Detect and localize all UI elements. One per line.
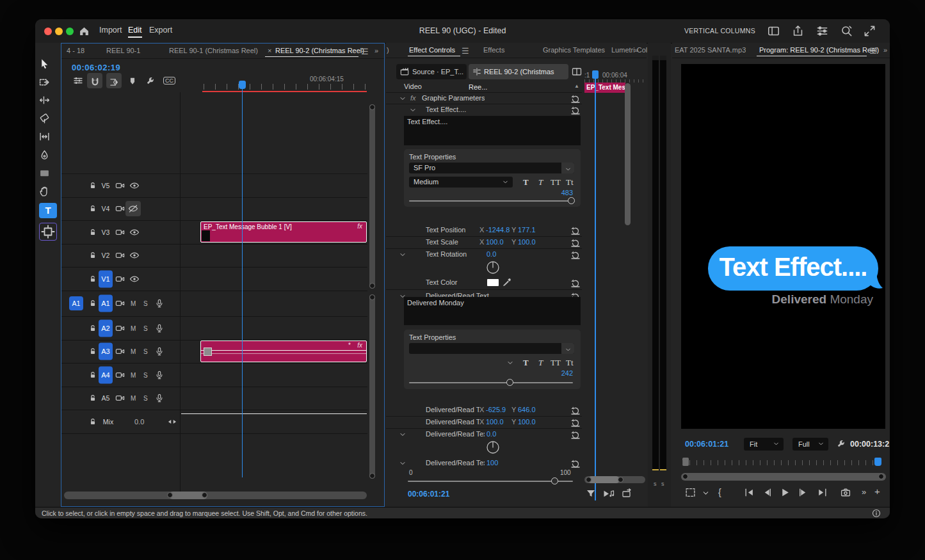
track-target-a3[interactable]: A3 — [99, 343, 113, 360]
text-scale-y[interactable]: 100.0 — [518, 238, 536, 246]
track-name[interactable]: A5 — [99, 394, 113, 402]
collapse-up-icon[interactable]: ▲ — [574, 83, 579, 89]
wrench-icon[interactable] — [145, 76, 155, 86]
timeline-tab-1[interactable]: 4 - 18 — [67, 47, 84, 54]
more-tabs-icon[interactable]: » — [883, 46, 887, 54]
font-size-value[interactable]: 483 — [561, 189, 573, 196]
tab-lumetri[interactable]: Lumetri Col — [611, 46, 647, 54]
camera-icon[interactable] — [115, 323, 125, 333]
play-icon[interactable] — [780, 487, 791, 498]
all-caps-button[interactable]: TT — [551, 358, 561, 368]
audio-gain-band[interactable] — [201, 350, 366, 351]
program-mini-ruler[interactable] — [682, 460, 877, 465]
track-target-a4[interactable]: A4 — [99, 366, 113, 383]
font-size-slider[interactable] — [409, 200, 573, 202]
reset-icon[interactable] — [570, 237, 581, 248]
chevron-down-icon[interactable] — [399, 95, 406, 102]
reset-icon[interactable] — [570, 417, 581, 428]
chevron-down-icon[interactable] — [399, 460, 406, 467]
faux-bold-button[interactable]: T — [523, 358, 529, 368]
step-forward-icon[interactable] — [798, 487, 808, 498]
track-target-a2[interactable]: A2 — [99, 319, 113, 337]
program-scrollbar[interactable] — [681, 473, 886, 481]
video-vertical-scrollbar[interactable] — [369, 104, 375, 289]
step-back-icon[interactable] — [762, 487, 773, 498]
stacked-bars-icon[interactable] — [816, 25, 828, 37]
small-caps-button[interactable]: Tt — [566, 358, 574, 368]
solo-button[interactable]: S — [143, 324, 148, 332]
scrollbar-handle[interactable] — [369, 283, 375, 289]
faux-italic-button[interactable]: T — [538, 358, 543, 368]
delivered-position-row[interactable]: Delivered/Read Text... X -625.9 Y 646.0 — [386, 404, 582, 417]
track-row-v5[interactable]: V5 — [61, 174, 367, 198]
text-color-row[interactable]: Text Color — [386, 277, 582, 290]
track-row-a5[interactable]: A5 M S — [61, 387, 367, 410]
mix-rubber-band[interactable] — [181, 413, 367, 414]
text-effect-input[interactable]: Text Effect.... — [404, 116, 581, 145]
close-window-button[interactable] — [44, 28, 52, 35]
more-tabs-icon[interactable]: » — [374, 47, 378, 54]
mix-level-value[interactable]: 0.0 — [134, 418, 144, 426]
text-rotation-value[interactable]: 0.0 — [487, 250, 496, 258]
text-scale-row[interactable]: Text Scale X 100.0 Y 100.0 — [386, 237, 582, 249]
solo-right-button[interactable]: s — [661, 481, 664, 487]
maximize-window-button[interactable] — [66, 28, 74, 35]
snap-magnet-button[interactable] — [87, 73, 102, 88]
font-size-value[interactable]: 242 — [561, 369, 573, 377]
mute-button[interactable]: M — [131, 395, 136, 402]
text-scale-x[interactable]: 100.0 — [486, 238, 504, 246]
camera-icon[interactable] — [115, 251, 125, 260]
color-swatch[interactable] — [487, 279, 499, 286]
track-row-v2[interactable]: V2 — [61, 244, 367, 268]
pen-tool[interactable] — [39, 150, 50, 161]
info-icon[interactable] — [872, 509, 881, 518]
reset-icon[interactable] — [570, 225, 581, 236]
chevron-down-icon[interactable] — [561, 343, 574, 354]
panel-layout-icon[interactable] — [768, 25, 780, 37]
chevron-down-icon[interactable] — [702, 489, 710, 497]
camera-icon[interactable] — [115, 299, 125, 308]
marker-icon[interactable] — [128, 77, 137, 86]
track-name[interactable]: V2 — [99, 252, 113, 259]
track-row-a4[interactable]: A4 M S — [61, 363, 367, 387]
minimize-window-button[interactable] — [55, 28, 63, 35]
mute-button[interactable]: M — [131, 348, 136, 355]
audio-clip[interactable]: * fx — [200, 340, 367, 362]
tab-graphics-templates[interactable]: Graphics Templates — [543, 46, 605, 54]
camera-icon[interactable] — [115, 394, 125, 403]
scrollbar-thumb[interactable] — [588, 476, 620, 483]
delivered-rotation-value[interactable]: 0.0 — [487, 430, 496, 438]
playhead-line[interactable] — [242, 83, 243, 477]
track-name[interactable]: V4 — [99, 205, 113, 212]
go-to-in-icon[interactable] — [744, 487, 755, 498]
scrollbar-handle[interactable] — [682, 474, 688, 479]
compare-view-icon[interactable] — [622, 488, 632, 499]
delivered-read-text-input[interactable]: Delivered Monday — [404, 297, 581, 325]
track-select-forward-tool[interactable] — [39, 77, 50, 88]
mic-icon[interactable] — [155, 370, 164, 380]
reset-icon[interactable] — [570, 105, 581, 115]
keyframe-icon[interactable] — [168, 417, 177, 426]
tab-effect-controls[interactable]: Effect Controls — [409, 46, 455, 54]
track-row-a2[interactable]: A2 M S — [61, 316, 367, 340]
slider-handle[interactable] — [506, 379, 513, 386]
scrollbar-handle[interactable] — [369, 104, 375, 110]
timeline-tab-3[interactable]: REEL 90-1 (Christmas Reel) — [169, 47, 258, 54]
track-name[interactable]: V3 — [99, 228, 113, 236]
panel-menu-icon[interactable]: ☰ — [462, 46, 469, 56]
delivered-opacity-row[interactable]: Delivered/Read Text... 100 — [386, 458, 583, 468]
font-select[interactable]: SF Pro — [409, 163, 574, 173]
delivered-rotation-row[interactable]: Delivered/Read Text... 0.0 — [386, 429, 583, 440]
eyedropper-icon[interactable] — [503, 278, 511, 287]
delivered-scale-y[interactable]: 100.0 — [518, 418, 536, 426]
track-target-a1[interactable]: A1 — [99, 295, 113, 312]
timeline-playhead-timecode[interactable]: 00:06:02:19 — [72, 63, 120, 72]
tab-program-active[interactable]: Program: REEL 90-2 (Christmas Reel) — [759, 46, 879, 54]
tab-audio-source[interactable]: EAT 2025 SANTA.mp3 — [675, 46, 746, 54]
camera-icon[interactable] — [115, 227, 125, 237]
mic-icon[interactable] — [155, 299, 164, 308]
sequence-settings-icon[interactable] — [73, 76, 83, 86]
audio-meters-panel[interactable]: s s — [648, 43, 671, 507]
eye-icon[interactable] — [129, 250, 140, 260]
more-tabs-icon[interactable]: » — [634, 46, 638, 54]
